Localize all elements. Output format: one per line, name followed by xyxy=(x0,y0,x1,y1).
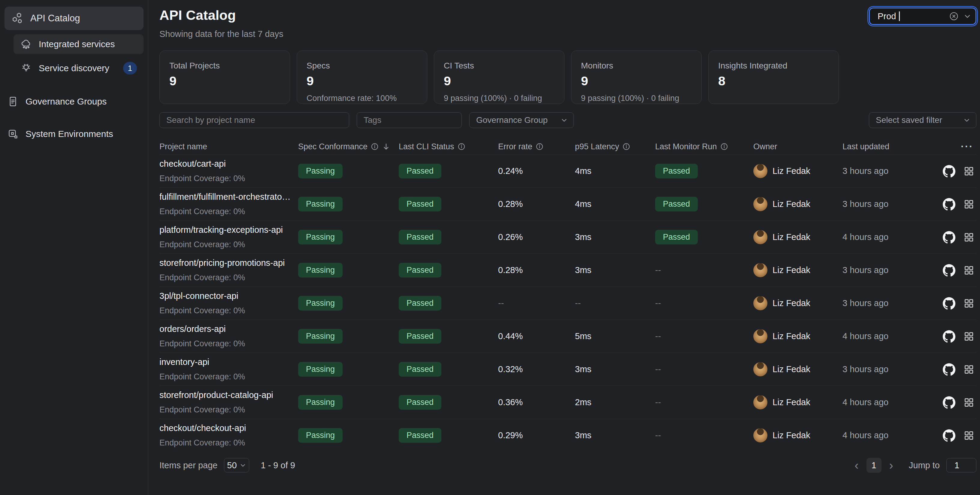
sidebar-item-label: API Catalog xyxy=(30,13,80,24)
info-icon[interactable] xyxy=(720,142,729,151)
project-name-link[interactable]: storefront/pricing-promotions-api xyxy=(159,258,292,268)
stat-value: 8 xyxy=(718,73,829,88)
project-name-link[interactable]: 3pl/tpl-connector-api xyxy=(159,291,292,301)
table-row[interactable]: platform/tracking-exceptions-api Endpoin… xyxy=(159,220,977,253)
monitor-run-badge: -- xyxy=(655,331,661,341)
project-name-link[interactable]: fulfillment/fulfillment-orchestrator-... xyxy=(159,192,292,202)
grid-apps-icon[interactable] xyxy=(963,166,975,177)
column-header-error-rate[interactable]: Error rate xyxy=(498,142,575,151)
info-icon[interactable] xyxy=(535,142,544,151)
column-header-last-updated[interactable]: Last updated xyxy=(843,142,943,151)
grid-apps-icon[interactable] xyxy=(963,331,975,342)
grid-apps-icon[interactable] xyxy=(963,199,975,210)
spec-conformance-badge: Passing xyxy=(298,428,342,443)
previous-page-button[interactable]: ‹ xyxy=(853,459,860,471)
table-row[interactable]: inventory-api Endpoint Coverage: 0% Pass… xyxy=(159,353,977,386)
ellipsis-icon: ··· xyxy=(961,141,974,152)
column-header-spec-conformance[interactable]: Spec Conformance xyxy=(298,142,399,151)
error-rate-value: 0.32% xyxy=(498,364,523,374)
owner-name: Liz Fedak xyxy=(773,232,810,242)
owner-avatar xyxy=(753,428,767,442)
column-header-last-monitor-run[interactable]: Last Monitor Run xyxy=(655,142,753,151)
sidebar-item-api-catalog[interactable]: API Catalog xyxy=(5,6,143,30)
project-name-link[interactable]: checkout/cart-api xyxy=(159,159,292,169)
github-icon[interactable] xyxy=(943,363,955,376)
error-rate-value: 0.26% xyxy=(498,232,523,242)
monitor-run-badge: -- xyxy=(655,430,661,440)
column-header-project-name[interactable]: Project name xyxy=(159,142,298,151)
github-icon[interactable] xyxy=(943,165,955,178)
github-icon[interactable] xyxy=(943,231,955,244)
document-icon xyxy=(7,95,19,108)
page-subtitle: Showing data for the last 7 days xyxy=(159,29,283,39)
cli-status-badge: Passed xyxy=(399,296,441,310)
monitor-run-badge: Passed xyxy=(655,197,698,212)
github-icon[interactable] xyxy=(943,330,955,343)
table-row[interactable]: fulfillment/fulfillment-orchestrator-...… xyxy=(159,188,977,220)
table-row[interactable]: storefront/pricing-promotions-api Endpoi… xyxy=(159,253,977,286)
tags-filter-input[interactable] xyxy=(357,112,462,128)
project-name-link[interactable]: orders/orders-api xyxy=(159,324,292,334)
table-row[interactable]: checkout/cart-api Endpoint Coverage: 0% … xyxy=(159,154,977,188)
pagination: ‹ 1 › Jump to xyxy=(853,458,977,473)
grid-apps-icon[interactable] xyxy=(963,430,975,441)
sidebar-item-label: Governance Groups xyxy=(25,96,107,107)
app-root: API Catalog Integrated services xyxy=(0,0,980,495)
grid-apps-icon[interactable] xyxy=(963,364,975,375)
stat-label: CI Tests xyxy=(444,61,555,71)
column-options-button[interactable]: ··· xyxy=(943,141,977,152)
column-header-last-cli-status[interactable]: Last CLI Status xyxy=(399,142,498,151)
table-header: Project name Spec Conformance Last CLI S… xyxy=(159,139,977,154)
project-name-filter-input[interactable] xyxy=(159,112,349,128)
grid-apps-icon[interactable] xyxy=(963,397,975,408)
governance-group-select[interactable]: Governance Group xyxy=(469,112,574,128)
github-icon[interactable] xyxy=(943,429,955,442)
owner-name: Liz Fedak xyxy=(773,265,810,275)
table-row[interactable]: checkout/checkout-api Endpoint Coverage:… xyxy=(159,419,977,452)
info-icon[interactable] xyxy=(622,142,630,151)
jump-to-input[interactable] xyxy=(947,458,977,473)
column-header-p95-latency[interactable]: p95 Latency xyxy=(575,142,655,151)
project-name-link[interactable]: platform/tracking-exceptions-api xyxy=(159,225,292,235)
spec-conformance-badge: Passing xyxy=(298,164,342,178)
table-footer: Items per page 50 1 - 9 of 9 ‹ 1 › Jump … xyxy=(159,458,977,481)
sidebar-item-integrated-services[interactable]: Integrated services xyxy=(14,34,143,54)
column-header-owner[interactable]: Owner xyxy=(753,142,843,151)
sidebar-item-system-environments[interactable]: System Environments xyxy=(5,125,143,143)
current-page-button[interactable]: 1 xyxy=(867,458,881,473)
grid-apps-icon[interactable] xyxy=(963,298,975,309)
github-icon[interactable] xyxy=(943,264,955,277)
chevron-down-icon[interactable] xyxy=(963,12,972,21)
table-row[interactable]: 3pl/tpl-connector-api Endpoint Coverage:… xyxy=(159,286,977,320)
saved-filter-select[interactable]: Select saved filter xyxy=(869,112,977,128)
grid-apps-icon[interactable] xyxy=(963,232,975,243)
next-page-button[interactable]: › xyxy=(888,459,894,471)
sidebar-item-service-discovery[interactable]: Service discovery 1 xyxy=(14,58,143,78)
grid-apps-icon[interactable] xyxy=(963,264,975,276)
project-name-link[interactable]: storefront/product-catalog-api xyxy=(159,390,292,400)
table-row[interactable]: storefront/product-catalog-api Endpoint … xyxy=(159,386,977,419)
sidebar-item-governance-groups[interactable]: Governance Groups xyxy=(5,92,143,111)
stat-sub: 9 passing (100%) · 0 failing xyxy=(444,94,555,103)
clear-search-icon[interactable] xyxy=(949,11,959,21)
last-updated-text: 4 hours ago xyxy=(843,331,888,341)
table-row[interactable]: orders/orders-api Endpoint Coverage: 0% … xyxy=(159,320,977,353)
monitor-run-badge: Passed xyxy=(655,230,698,245)
info-icon[interactable] xyxy=(371,142,379,151)
items-per-page-select[interactable]: 50 xyxy=(224,458,249,473)
column-label: Last updated xyxy=(843,142,889,151)
last-updated-text: 4 hours ago xyxy=(843,232,888,242)
error-rate-value: -- xyxy=(498,298,504,308)
last-updated-text: 3 hours ago xyxy=(843,364,888,374)
github-icon[interactable] xyxy=(943,198,955,210)
project-name-link[interactable]: checkout/checkout-api xyxy=(159,423,292,433)
cli-status-badge: Passed xyxy=(399,197,441,212)
github-icon[interactable] xyxy=(943,297,955,310)
info-icon[interactable] xyxy=(457,142,466,151)
column-label: Last Monitor Run xyxy=(655,142,717,151)
lightbulb-icon xyxy=(20,62,32,74)
github-icon[interactable] xyxy=(943,396,955,409)
project-name-link[interactable]: inventory-api xyxy=(159,357,292,367)
endpoint-coverage-text: Endpoint Coverage: 0% xyxy=(159,273,292,282)
endpoint-coverage-text: Endpoint Coverage: 0% xyxy=(159,339,292,349)
